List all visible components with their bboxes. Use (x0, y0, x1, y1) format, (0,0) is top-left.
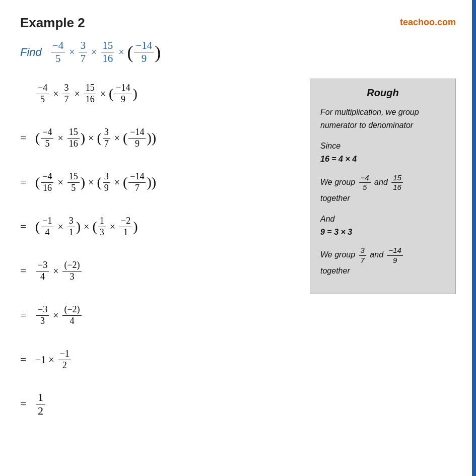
rough-section-4: And 9 = 3 × 3 (320, 213, 445, 238)
rough-together2: together (320, 264, 445, 278)
rough-since: Since (320, 140, 445, 153)
find-expression: −4 5 × 3 7 × 15 16 × ( −14 9 ) (50, 40, 161, 64)
step-0: = −4 5 × 3 7 × 15 16 × (20, 79, 295, 109)
rough-section-5: We group 3 7 and −14 9 together (320, 246, 445, 278)
rough-together1: together (320, 192, 445, 205)
rough-we-group-1: We group −4 5 and 15 16 (320, 174, 445, 192)
rough-9-eq: 9 = 3 × 3 (320, 226, 445, 239)
step-3: = ( −1 4 × 3 1 ) × ( 1 (20, 212, 295, 242)
rough-box: Rough For multiplication, we group numer… (310, 79, 456, 294)
step-4: = −3 4 × (−2) 3 (20, 256, 295, 286)
right-bar-decoration (472, 0, 476, 476)
step-5: = −3 3 × (−2) 4 (20, 300, 295, 330)
example-title: Example 2 (20, 15, 85, 31)
brand-logo: teachoo.com (400, 17, 456, 28)
frac-3-7: 3 7 (79, 40, 87, 64)
frac-15-16: 15 16 (101, 40, 114, 64)
rough-we-group-2: We group 3 7 and −14 9 (320, 246, 445, 264)
find-line: Find −4 5 × 3 7 × 15 16 × ( −14 9 ) (20, 40, 456, 64)
frac-neg4-5: −4 5 (51, 40, 65, 64)
step-1: = ( −4 5 × 15 16 ) × ( 3 (20, 123, 295, 153)
find-label: Find (20, 46, 42, 59)
step-6: = −1 × −1 2 (20, 345, 295, 375)
rough-section-2: Since 16 = 4 × 4 (320, 140, 445, 165)
step-2: = ( −4 16 × 15 5 ) × ( 3 (20, 167, 295, 197)
rough-section-3: We group −4 5 and 15 16 together (320, 174, 445, 205)
final-answer: 1 2 (36, 391, 45, 417)
page: Example 2 teachoo.com Find −4 5 × 3 7 × … (0, 0, 476, 476)
rough-title: Rough (320, 87, 445, 99)
rough-line1: For multiplication, we group numerator t… (320, 106, 445, 131)
main-content: = −4 5 × 3 7 × 15 16 × (20, 79, 456, 433)
solution-steps: = −4 5 × 3 7 × 15 16 × (20, 79, 295, 433)
brand-text: teachoo.com (400, 17, 456, 27)
rough-and: And (320, 213, 445, 226)
rough-section-1: For multiplication, we group numerator t… (320, 106, 445, 131)
header: Example 2 teachoo.com (20, 15, 456, 31)
step-7-final: = 1 2 (20, 389, 295, 419)
frac-neg14-9: −14 9 (134, 40, 154, 64)
rough-16-eq: 16 = 4 × 4 (320, 153, 445, 166)
